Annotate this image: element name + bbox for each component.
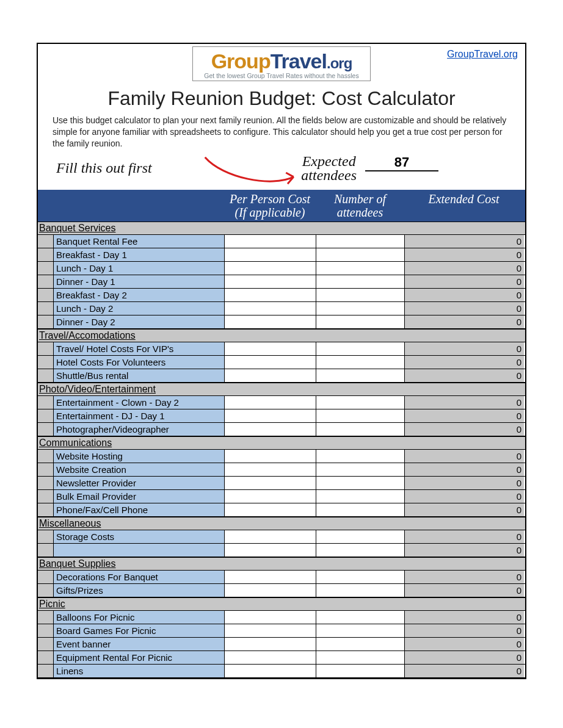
per-person-cost-cell[interactable] [225, 651, 316, 664]
line-item-row: Entertainment - Clown - Day 20 [38, 396, 525, 409]
line-item-row: 0 [38, 544, 525, 557]
per-person-cost-cell[interactable] [225, 262, 316, 275]
per-person-cost-cell[interactable] [225, 463, 316, 476]
per-person-cost-cell[interactable] [225, 544, 316, 557]
section-label: Communications [39, 438, 523, 449]
attendees-cell[interactable] [316, 571, 405, 583]
attendees-cell[interactable] [316, 356, 405, 369]
per-person-cost-cell[interactable] [225, 477, 316, 489]
attendees-cell[interactable] [316, 544, 405, 557]
per-person-cost-cell[interactable] [225, 450, 316, 463]
per-person-cost-cell[interactable] [225, 571, 316, 583]
per-person-cost-cell[interactable] [225, 342, 316, 355]
item-label: Phone/Fax/Cell Phone [54, 503, 225, 516]
per-person-cost-cell[interactable] [225, 369, 316, 382]
indent-gutter [38, 611, 54, 624]
extended-cost-cell: 0 [405, 665, 524, 677]
indent-gutter [38, 315, 54, 328]
per-person-cost-cell[interactable] [225, 235, 316, 248]
attendees-cell[interactable] [316, 289, 405, 301]
per-person-cost-cell[interactable] [225, 248, 316, 261]
indent-gutter [38, 463, 54, 476]
per-person-cost-cell[interactable] [225, 275, 316, 288]
extended-cost-cell: 0 [405, 624, 524, 637]
attendees-cell[interactable] [316, 235, 405, 248]
col-header-extended: Extended Cost [404, 192, 523, 219]
attendees-cell[interactable] [316, 342, 405, 355]
per-person-cost-cell[interactable] [225, 302, 316, 315]
extended-cost-cell: 0 [405, 638, 524, 651]
per-person-cost-cell[interactable] [225, 665, 316, 677]
item-label: Newsletter Provider [54, 477, 225, 489]
line-item-row: Travel/ Hotel Costs For VIP's0 [38, 342, 525, 356]
extended-cost-cell: 0 [405, 262, 524, 275]
line-item-row: Breakfast - Day 10 [38, 248, 525, 262]
site-link[interactable]: GroupTravel.org [447, 49, 518, 60]
extended-cost-cell: 0 [405, 544, 524, 557]
item-label: Bulk Email Provider [54, 490, 225, 503]
attendees-cell[interactable] [316, 262, 405, 275]
per-person-cost-cell[interactable] [225, 396, 316, 409]
attendees-cell[interactable] [316, 490, 405, 503]
attendees-cell[interactable] [316, 665, 405, 677]
per-person-cost-cell[interactable] [225, 584, 316, 597]
attendees-cell[interactable] [316, 463, 405, 476]
per-person-cost-cell[interactable] [225, 315, 316, 328]
per-person-cost-cell[interactable] [225, 490, 316, 503]
attendees-cell[interactable] [316, 396, 405, 409]
per-person-cost-cell[interactable] [225, 611, 316, 624]
line-item-row: Balloons For Picnic0 [38, 611, 525, 624]
per-person-cost-cell[interactable] [225, 409, 316, 422]
per-person-cost-cell[interactable] [225, 503, 316, 516]
extended-cost-cell: 0 [405, 450, 524, 463]
indent-gutter [38, 624, 54, 637]
logo-group-text: Group [211, 49, 271, 73]
item-label: Entertainment - Clown - Day 2 [54, 396, 225, 409]
attendees-cell[interactable] [316, 315, 405, 328]
extended-cost-cell: 0 [405, 490, 524, 503]
attendees-cell[interactable] [316, 503, 405, 516]
indent-gutter [38, 262, 54, 275]
attendees-cell[interactable] [316, 369, 405, 382]
attendees-cell[interactable] [316, 530, 405, 543]
extended-cost-cell: 0 [405, 503, 524, 516]
attendees-cell[interactable] [316, 477, 405, 489]
page-title: Family Reunion Budget: Cost Calculator [42, 87, 521, 110]
attendees-cell[interactable] [316, 248, 405, 261]
indent-gutter [38, 423, 54, 436]
attendees-cell[interactable] [316, 638, 405, 651]
indent-gutter [38, 665, 54, 677]
line-item-row: Event banner0 [38, 638, 525, 651]
per-person-cost-cell[interactable] [225, 356, 316, 369]
extended-cost-cell: 0 [405, 463, 524, 476]
item-label: Equipment Rental For Picnic [54, 651, 225, 664]
attendees-cell[interactable] [316, 423, 405, 436]
attendees-cell[interactable] [316, 584, 405, 597]
extended-cost-cell: 0 [405, 651, 524, 664]
section-label: Miscellaneous [39, 518, 523, 529]
item-label [54, 544, 225, 557]
attendees-cell[interactable] [316, 302, 405, 315]
per-person-cost-cell[interactable] [225, 624, 316, 637]
header-area: GroupTravel.org GroupTravel.org Get the … [38, 44, 525, 190]
attendees-cell[interactable] [316, 651, 405, 664]
indent-gutter [38, 302, 54, 315]
indent-gutter [38, 289, 54, 301]
attendees-input[interactable]: 87 [365, 153, 438, 171]
attendees-cell[interactable] [316, 624, 405, 637]
attendees-cell[interactable] [316, 275, 405, 288]
per-person-cost-cell[interactable] [225, 289, 316, 301]
per-person-cost-cell[interactable] [225, 638, 316, 651]
attendees-cell[interactable] [316, 409, 405, 422]
per-person-cost-cell[interactable] [225, 423, 316, 436]
attendees-cell[interactable] [316, 450, 405, 463]
col-header-attendees: Number ofattendees [316, 192, 404, 219]
extended-cost-cell: 0 [405, 302, 524, 315]
item-label: Breakfast - Day 2 [54, 289, 225, 301]
item-label: Shuttle/Bus rental [54, 369, 225, 382]
attendees-cell[interactable] [316, 611, 405, 624]
indent-gutter [38, 651, 54, 664]
per-person-cost-cell[interactable] [225, 530, 316, 543]
item-label: Lunch - Day 2 [54, 302, 225, 315]
line-item-row: Banquet Rental Fee0 [38, 235, 525, 248]
